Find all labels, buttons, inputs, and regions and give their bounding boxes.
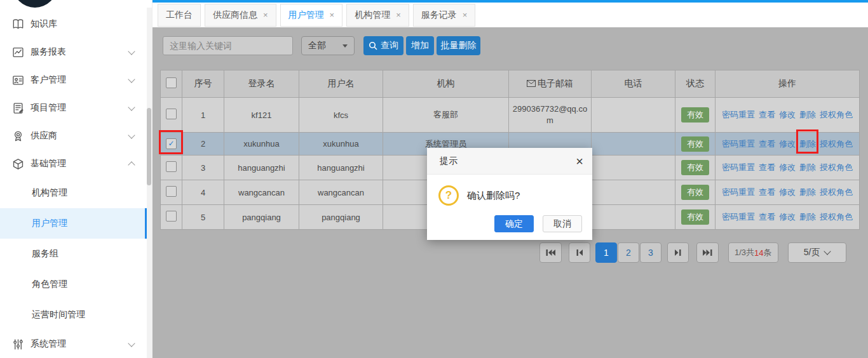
sidebar-item-label: 项目管理 <box>31 102 66 114</box>
sidebar-item-project-mgmt[interactable]: 项目管理 <box>0 94 152 122</box>
sidebar-item-label: 服务报表 <box>31 46 66 58</box>
sidebar-item-knowledge-base[interactable]: 知识库 <box>0 10 152 38</box>
chevron-down-icon <box>128 131 135 138</box>
pagination-page-1[interactable]: 1 <box>595 242 617 263</box>
tab-close-icon[interactable]: × <box>263 11 268 19</box>
edit-link[interactable]: 修改 <box>779 187 796 197</box>
authorize-role-link[interactable]: 授权角色 <box>820 212 853 222</box>
delete-link[interactable]: 删除 <box>799 110 816 119</box>
page-size-select[interactable]: 5/页 <box>788 242 846 263</box>
chevron-down-icon <box>128 48 135 55</box>
chevron-up-icon <box>128 161 135 168</box>
cell-username: wangcancan <box>299 180 383 205</box>
supplier-badge-icon <box>12 130 24 142</box>
cell-actions: 密码重置查看修改删除授权角色 <box>715 133 860 156</box>
row-checkbox[interactable] <box>166 211 177 222</box>
tab-label: 供应商信息 <box>213 10 257 21</box>
add-button[interactable]: 增加 <box>406 36 434 55</box>
status-badge: 有效 <box>681 107 709 123</box>
page-size-value: 5/页 <box>804 247 820 258</box>
filter-select[interactable]: 全部 <box>301 36 355 55</box>
close-icon[interactable]: × <box>576 155 583 168</box>
dialog-body: ? 确认删除吗? <box>427 175 592 206</box>
sidebar-item-basic-mgmt[interactable]: 基础管理 <box>0 150 152 178</box>
pagination-info: 1/3共14条 <box>728 242 778 263</box>
password-reset-link[interactable]: 密码重置 <box>722 110 755 119</box>
view-link[interactable]: 查看 <box>759 139 775 149</box>
tab-service-records[interactable]: 服务记录× <box>413 4 476 27</box>
cell-username: hanguangzhi <box>299 156 383 180</box>
question-icon: ? <box>438 185 459 206</box>
password-reset-link[interactable]: 密码重置 <box>722 162 755 172</box>
delete-link[interactable]: 删除 <box>799 212 816 222</box>
pagination: 1231/3共14条5/页 <box>539 242 846 263</box>
pagination-last-button[interactable] <box>696 242 719 263</box>
cell-username: kfcs <box>299 98 383 133</box>
tab-label: 工作台 <box>166 10 193 21</box>
authorize-role-link[interactable]: 授权角色 <box>820 110 853 119</box>
status-badge: 有效 <box>681 185 709 200</box>
sidebar-item-supplier[interactable]: 供应商 <box>0 122 152 150</box>
pagination-page-3[interactable]: 3 <box>640 242 661 263</box>
tab-user-mgmt[interactable]: 用户管理× <box>280 4 343 27</box>
sidebar-item-user-mgmt[interactable]: 用户管理 <box>0 208 152 239</box>
authorize-role-link[interactable]: 授权角色 <box>820 162 853 172</box>
tab-close-icon[interactable]: × <box>463 11 468 19</box>
password-reset-link[interactable]: 密码重置 <box>722 139 755 149</box>
cell-username: xukunhua <box>299 133 383 156</box>
cell-status: 有效 <box>675 156 715 180</box>
query-button-label: 查询 <box>381 40 398 51</box>
sidebar-item-system-mgmt[interactable]: 系统管理 <box>0 330 152 358</box>
tab-workbench[interactable]: 工作台 <box>158 4 201 27</box>
confirm-dialog: 提示 × ? 确认删除吗? 确定 取消 <box>427 148 592 240</box>
sidebar-item-service-reports[interactable]: 服务报表 <box>0 38 152 66</box>
pagination-info-prefix: 1/3共 <box>735 247 754 258</box>
tab-close-icon[interactable]: × <box>396 11 401 19</box>
pagination-page-2[interactable]: 2 <box>618 242 639 263</box>
sidebar-item-role-mgmt[interactable]: 角色管理 <box>0 269 152 300</box>
view-link[interactable]: 查看 <box>759 187 775 197</box>
header-cell: 登录名 <box>224 70 299 98</box>
row-checkbox[interactable] <box>166 161 177 172</box>
pagination-next-button[interactable] <box>667 242 689 263</box>
table-row[interactable]: 1kf121kfcs客服部2990367732@qq.com有效密码重置查看修改… <box>161 98 860 133</box>
sidebar-item-customer-mgmt[interactable]: 客户管理 <box>0 66 152 94</box>
pagination-prev-button[interactable] <box>569 242 590 263</box>
dialog-footer: 确定 取消 <box>494 215 582 232</box>
header-cell: 序号 <box>182 70 224 98</box>
pagination-first-button[interactable] <box>539 242 562 263</box>
edit-link[interactable]: 修改 <box>779 212 796 222</box>
tab-supplier-info[interactable]: 供应商信息× <box>205 4 276 27</box>
authorize-role-link[interactable]: 授权角色 <box>820 139 853 149</box>
cell-seq: 1 <box>182 98 224 133</box>
view-link[interactable]: 查看 <box>759 162 775 172</box>
search-input[interactable] <box>163 36 293 55</box>
tab-org-mgmt[interactable]: 机构管理× <box>346 4 409 27</box>
project-doc-icon <box>12 102 24 114</box>
view-link[interactable]: 查看 <box>759 110 775 119</box>
sidebar-item-service-group[interactable]: 服务组 <box>0 239 152 269</box>
authorize-role-link[interactable]: 授权角色 <box>820 187 853 197</box>
password-reset-link[interactable]: 密码重置 <box>722 187 755 197</box>
sidebar-item-org-mgmt[interactable]: 机构管理 <box>0 178 152 208</box>
sidebar-scrollbar-thumb[interactable] <box>147 108 151 185</box>
dialog-header: 提示 × <box>427 148 592 175</box>
sidebar-item-operation-time-mgmt[interactable]: 运营时间管理 <box>0 300 152 330</box>
edit-link[interactable]: 修改 <box>779 139 796 149</box>
view-link[interactable]: 查看 <box>759 212 775 222</box>
row-checkbox[interactable] <box>166 109 177 119</box>
password-reset-link[interactable]: 密码重置 <box>722 212 755 222</box>
edit-link[interactable]: 修改 <box>779 110 796 119</box>
cell-phone <box>592 156 675 180</box>
select-all-checkbox[interactable] <box>166 77 177 88</box>
batch-delete-button[interactable]: 批量删除 <box>437 36 480 55</box>
query-button[interactable]: 查询 <box>363 36 403 55</box>
delete-link[interactable]: 删除 <box>799 187 816 197</box>
tab-close-icon[interactable]: × <box>330 11 335 19</box>
edit-link[interactable]: 修改 <box>779 162 796 172</box>
cancel-button[interactable]: 取消 <box>543 215 582 232</box>
confirm-button[interactable]: 确定 <box>494 215 534 232</box>
row-checkbox[interactable] <box>166 186 177 197</box>
sidebar-scrollbar-track[interactable] <box>147 8 152 358</box>
delete-link[interactable]: 删除 <box>799 162 816 172</box>
